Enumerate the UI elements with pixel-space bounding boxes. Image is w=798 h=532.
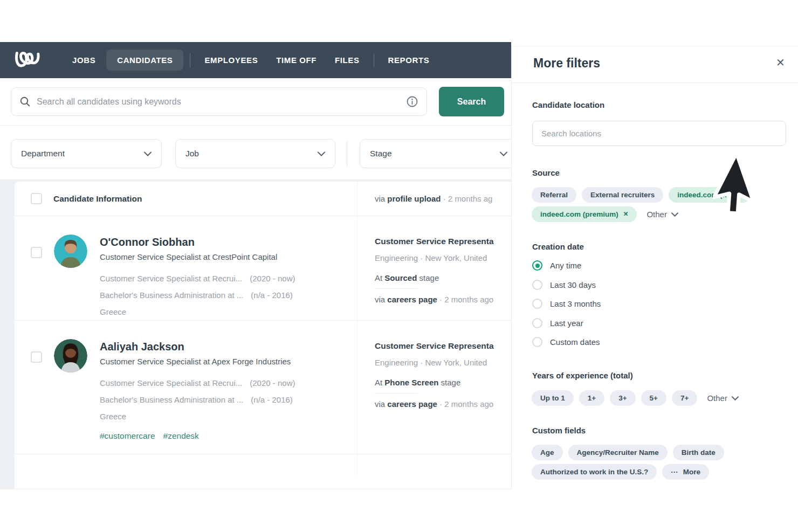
search-button[interactable]: Search (439, 87, 504, 116)
stage-line: At Sourced stage (375, 273, 511, 282)
experience-chip-3-plus[interactable]: 3+ (610, 390, 635, 406)
app-window: JOBS CANDIDATES EMPLOYEES TIME OFF FILES… (0, 42, 511, 489)
experience-chip-5-plus[interactable]: 5+ (641, 390, 666, 406)
custom-fields-label: Custom fields (532, 426, 586, 435)
remove-icon[interactable]: ✕ (737, 192, 742, 198)
experience-label: Years of experience (total) (532, 371, 633, 380)
tag[interactable]: #customercare (100, 431, 155, 441)
job-title[interactable]: Customer Service Representa (375, 237, 511, 246)
info-icon[interactable] (407, 96, 418, 107)
job-title[interactable]: Customer Service Representa (375, 341, 511, 351)
select-all-checkbox[interactable] (31, 193, 42, 204)
candidate-checkbox[interactable] (31, 247, 42, 258)
creation-date-option[interactable]: Last 3 months (532, 299, 601, 309)
stage-dropdown[interactable]: Stage (360, 139, 518, 168)
candidate-row[interactable]: Aaliyah Jackson Customer Service Special… (15, 321, 511, 454)
creation-date-label: Creation date (532, 242, 584, 251)
via-line: via careers page · 2 months ago (375, 295, 511, 304)
nav-item-candidates[interactable]: CANDIDATES (106, 50, 183, 71)
stage-line: At Phone Screen stage (375, 378, 511, 387)
search-input[interactable] (37, 97, 407, 107)
radio-icon (532, 280, 542, 290)
nav-divider (374, 53, 374, 67)
nav-item-files[interactable]: FILES (326, 56, 369, 65)
source-chip-external-recruiters[interactable]: External recruiters (582, 187, 663, 203)
candidate-list-card: Candidate Information via profile upload… (15, 182, 511, 489)
stage-divider (375, 288, 418, 289)
creation-date-option[interactable]: Last year (532, 318, 601, 328)
custom-field-chip-birth-date[interactable]: Birth date (673, 445, 724, 460)
search-box[interactable] (11, 87, 427, 116)
experience-chip-1-plus[interactable]: 1+ (579, 390, 604, 406)
candidate-avatar (54, 339, 87, 372)
source-chip-indeed-premium[interactable]: indeed.com (premium) ✕ (532, 206, 637, 222)
chevron-down-icon (318, 149, 325, 158)
source-chip-indeed-free[interactable]: indeed.com (fre ✕ (669, 187, 750, 203)
candidate-location: Greece (100, 303, 295, 320)
custom-field-chip-authorized-to-work[interactable]: Authorized to work in the U.S.? (532, 464, 657, 480)
chevron-down-icon (144, 149, 152, 158)
source-other-dropdown[interactable]: Other (646, 210, 678, 219)
via-line: via profile upload · 2 months ag (375, 194, 492, 203)
candidate-headline: Customer Service Specialist at Apex Forg… (100, 357, 295, 366)
via-line: via careers page · 2 months ago (375, 399, 511, 409)
nav-item-jobs[interactable]: JOBS (63, 56, 105, 65)
workable-logo[interactable] (13, 50, 43, 71)
job-dropdown[interactable]: Job (175, 139, 335, 168)
candidate-location-label: Candidate location (532, 100, 604, 109)
radio-icon (532, 260, 542, 271)
job-dropdown-label: Job (185, 149, 199, 158)
nav-item-employees[interactable]: EMPLOYEES (195, 56, 267, 65)
source-chip-row: indeed.com (premium) ✕ Other (532, 206, 678, 222)
candidate-name[interactable]: O'Connor Siobhan (100, 236, 295, 248)
candidate-job-cell: Customer Service Representa Engineering … (357, 321, 511, 441)
creation-date-option[interactable]: Last 30 days (532, 280, 601, 290)
tag[interactable]: #zendesk (163, 431, 199, 441)
department-dropdown[interactable]: Department (11, 139, 162, 168)
candidate-history: Bachelor's Business Administration at ..… (100, 287, 295, 303)
candidate-history: Bachelor's Business Administration at ..… (100, 391, 295, 408)
candidate-job-cell: Customer Service Representa Engineering … (357, 216, 511, 320)
experience-chip-up-to-1[interactable]: Up to 1 (532, 390, 574, 406)
filter-divider (347, 141, 347, 167)
nav-item-time-off[interactable]: TIME OFF (267, 56, 326, 65)
filter-bar: Department Job Stage (0, 126, 511, 179)
candidate-avatar (54, 234, 87, 268)
column-divider (357, 182, 357, 475)
source-label: Source (532, 168, 560, 177)
experience-chip-row: Up to 1 1+ 3+ 5+ 7+ Other (532, 390, 739, 406)
candidate-history: Customer Service Specialist at Recrui...… (100, 270, 295, 287)
panel-title: More filters (533, 56, 600, 71)
custom-field-chip-age[interactable]: Age (532, 445, 563, 460)
custom-field-chip-agency-recruiter-name[interactable]: Agency/Recruiter Name (568, 445, 668, 460)
candidate-tags: #customercare #zendesk (100, 431, 295, 441)
more-filters-panel: More filters ✕ Candidate location Source… (511, 46, 798, 489)
nav-item-reports[interactable]: REPORTS (379, 56, 439, 65)
source-chip-referral[interactable]: Referral (532, 187, 576, 203)
next-row-sliver (15, 454, 511, 469)
stage-divider (375, 393, 418, 393)
candidate-list-region: Candidate Information via profile upload… (0, 179, 511, 489)
experience-other-dropdown[interactable]: Other (707, 393, 739, 403)
candidate-location: Greece (100, 408, 295, 425)
list-header-row: Candidate Information via profile upload… (15, 182, 511, 216)
chevron-down-icon (500, 149, 507, 158)
chevron-down-icon (732, 396, 739, 400)
candidate-name[interactable]: Aaliyah Jackson (100, 341, 295, 353)
remove-icon[interactable]: ✕ (623, 211, 629, 218)
candidate-row[interactable]: O'Connor Siobhan Customer Service Specia… (15, 216, 511, 321)
custom-fields-chip-row: Authorized to work in the U.S.? ··· More (532, 464, 709, 480)
list-header-right: via profile upload · 2 months ag (357, 182, 511, 216)
location-search-input[interactable] (532, 121, 786, 146)
experience-chip-7-plus[interactable]: 7+ (672, 390, 697, 406)
radio-icon (532, 318, 542, 328)
radio-icon (532, 299, 542, 309)
creation-date-option[interactable]: Custom dates (532, 337, 601, 347)
department-dropdown-label: Department (21, 149, 65, 158)
close-icon[interactable]: ✕ (776, 56, 785, 69)
creation-date-option[interactable]: Any time (532, 260, 601, 271)
nav-divider (190, 53, 190, 67)
source-chip-row: Referral External recruiters indeed.com … (532, 187, 751, 203)
candidate-checkbox[interactable] (31, 351, 42, 363)
custom-fields-more-button[interactable]: ··· More (662, 464, 709, 480)
